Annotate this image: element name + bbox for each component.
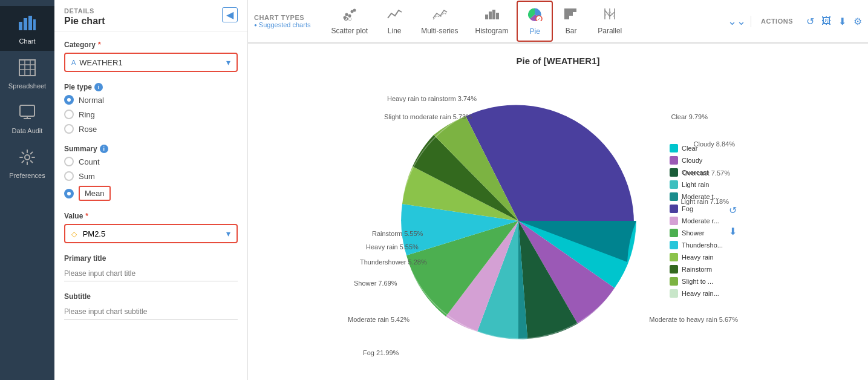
sidebar-label-spreadsheet: Spreadsheet <box>8 82 46 90</box>
value-value: PM2.5 <box>83 229 106 238</box>
line-icon <box>387 7 402 24</box>
svg-rect-27 <box>564 16 569 19</box>
sidebar-item-preferences[interactable]: Preferences <box>0 140 54 185</box>
chart-icon <box>16 12 38 34</box>
legend-label-rainstorm: Rainstorm <box>682 266 712 273</box>
chart-type-line[interactable]: Line <box>376 2 413 40</box>
chart-type-multi-series[interactable]: Multi-series <box>413 2 466 40</box>
chart-type-pie[interactable]: ✓ Pie <box>517 1 553 42</box>
legend-item-rainstorm: Rainstorm <box>670 265 723 274</box>
value-select-content: ◇ PM2.5 <box>71 229 105 238</box>
bar-icon <box>563 7 579 24</box>
category-select-content: A WEATHER1 <box>71 58 123 67</box>
pie-type-normal-label: Normal <box>79 96 104 105</box>
actions-title: ACTIONS <box>761 18 793 25</box>
histogram-icon <box>484 7 500 24</box>
legend-color-heavy-rain-2 <box>670 289 678 298</box>
sidebar-item-chart[interactable]: Chart <box>0 6 54 51</box>
svg-rect-29 <box>564 8 576 12</box>
category-label: Category * <box>64 41 238 49</box>
legend-item-light-rain: Light rain <box>670 180 723 189</box>
legend-color-moderate-r <box>670 217 678 225</box>
legend-color-moderate-t <box>670 192 678 201</box>
chart-type-parallel[interactable]: Parallel <box>589 2 630 40</box>
right-refresh-icon[interactable]: ↺ <box>729 205 737 216</box>
download-icon[interactable]: ⬇ <box>838 16 846 27</box>
legend-label-fog: Fog <box>682 205 693 212</box>
chart-type-bar[interactable]: Bar <box>553 2 589 40</box>
sidebar-item-spreadsheet[interactable]: Spreadsheet <box>0 51 54 96</box>
chart-type-histogram[interactable]: Histogram <box>467 2 517 40</box>
scatter-icon: ⊙ <box>342 7 357 24</box>
legend-color-rainstorm <box>670 265 678 274</box>
summary-sum[interactable]: Sum <box>64 171 238 181</box>
legend-item-moderate-r: Moderate r... <box>670 217 723 225</box>
svg-rect-23 <box>496 13 499 19</box>
main-area: CHART TYPES ● Suggested charts ⊙ Scatter… <box>248 0 868 380</box>
summary-radio-group: Count Sum Mean <box>64 157 238 201</box>
summary-sum-label: Sum <box>79 172 95 181</box>
svg-rect-20 <box>485 15 488 19</box>
primary-title-group: Primary title <box>64 254 238 281</box>
legend-item-moderate-t: Moderate t... <box>670 192 723 201</box>
value-label: Value * <box>64 212 238 220</box>
details-collapse-button[interactable]: ◀ <box>222 7 238 22</box>
details-header: DETAILS Pie chart ◀ <box>54 0 247 32</box>
sidebar-item-data-audit[interactable]: Data Audit <box>0 96 54 140</box>
refresh-icon[interactable]: ↺ <box>806 16 814 27</box>
category-select[interactable]: A WEATHER1 ▾ <box>64 53 238 72</box>
svg-rect-28 <box>564 12 573 16</box>
subtitle-input[interactable] <box>64 304 238 319</box>
legend-label-moderate-t: Moderate t... <box>682 193 719 200</box>
value-select[interactable]: ◇ PM2.5 ▾ <box>64 224 238 243</box>
expand-icon[interactable]: ⌄⌄ <box>728 15 746 28</box>
legend-color-slight-to <box>670 277 678 286</box>
legend-label-cloudy: Cloudy <box>682 157 702 164</box>
right-download-icon[interactable]: ⬇ <box>729 226 737 237</box>
preferences-icon <box>16 146 38 168</box>
pie-type-rose-label: Rose <box>79 125 97 134</box>
pie-type-ring[interactable]: Ring <box>64 110 238 119</box>
bar-label: Bar <box>566 27 577 35</box>
pie-label: Pie <box>530 27 540 36</box>
value-field-group: Value * ◇ PM2.5 ▾ <box>64 212 238 243</box>
settings-icon[interactable]: ⚙ <box>853 16 862 27</box>
value-arrow-icon: ▾ <box>226 229 230 238</box>
top-bar: CHART TYPES ● Suggested charts ⊙ Scatter… <box>248 0 868 44</box>
legend-item-thundersho: Thundersho... <box>670 241 723 249</box>
legend-label-overcast: Overcast <box>682 169 708 176</box>
right-scroll-actions: ↺ ⬇ <box>729 205 737 237</box>
multi-series-icon <box>432 7 448 24</box>
svg-text:✓: ✓ <box>537 17 541 21</box>
subtitle-group: Subtitle <box>64 292 238 319</box>
primary-title-input[interactable] <box>64 266 238 281</box>
chart-type-scatter[interactable]: ⊙ Scatter plot <box>322 2 376 40</box>
svg-rect-4 <box>19 60 35 76</box>
pie-chart-svg <box>379 76 658 366</box>
legend-color-thundersho <box>670 241 678 249</box>
pie-type-rose[interactable]: Rose <box>64 124 238 134</box>
image-icon[interactable]: 🖼 <box>821 16 831 27</box>
chart-types-suggested: ● Suggested charts <box>254 21 310 28</box>
histogram-label: Histogram <box>475 27 509 35</box>
legend-color-cloudy <box>670 156 678 165</box>
summary-mean[interactable]: Mean <box>64 186 238 201</box>
category-arrow-icon: ▾ <box>226 57 230 67</box>
svg-rect-2 <box>28 16 32 30</box>
summary-info-icon[interactable]: i <box>100 145 108 153</box>
sidebar: Chart Spreadsheet Data Audit Preferences <box>0 0 54 380</box>
suggested-text: Suggested charts <box>259 21 311 28</box>
legend: Clear Cloudy Overcast Light rain Moderat… <box>670 144 723 298</box>
summary-count[interactable]: Count <box>64 157 238 166</box>
summary-label: Summary i <box>64 145 238 153</box>
pie-type-info-icon[interactable]: i <box>94 83 103 91</box>
legend-item-overcast: Overcast <box>670 168 723 177</box>
subtitle-label: Subtitle <box>64 292 238 301</box>
category-field-group: Category * A WEATHER1 ▾ <box>64 41 238 72</box>
details-title: Pie chart <box>64 16 105 27</box>
legend-label-light-rain: Light rain <box>682 181 709 188</box>
pie-type-normal[interactable]: Normal <box>64 95 238 105</box>
parallel-label: Parallel <box>598 27 622 35</box>
sidebar-label-data-audit: Data Audit <box>12 127 43 134</box>
label-clear: Clear 9.79% <box>671 113 708 120</box>
